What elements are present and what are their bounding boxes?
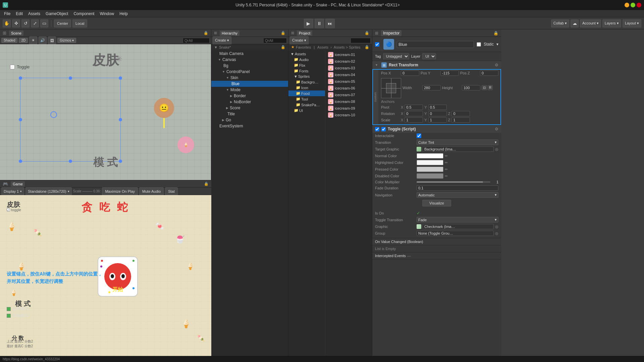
normal-color-swatch[interactable]: [417, 153, 443, 159]
hier-item-skin[interactable]: ▼ Skin: [211, 75, 288, 81]
game-tab[interactable]: Game: [11, 181, 25, 187]
scale-tool-button[interactable]: ⤢: [31, 19, 39, 27]
hier-item-title[interactable]: Title: [211, 111, 288, 117]
rt-reset-btn[interactable]: R: [488, 85, 493, 90]
local-button[interactable]: Local: [72, 19, 87, 27]
group-name[interactable]: None (Toggle Grou…: [417, 231, 494, 236]
maximize-button[interactable]: [631, 3, 635, 7]
toggle-enabled-checkbox[interactable]: [375, 127, 379, 131]
file-icecream-03[interactable]: 🍦 icecream-03: [327, 65, 371, 71]
rt-pos-y-input[interactable]: [440, 70, 459, 76]
rt-anchor-widget[interactable]: [381, 78, 401, 98]
resolution-dropdown[interactable]: Standalone (1280x720) ▾: [25, 187, 71, 195]
start-button[interactable]: 开始: [112, 286, 123, 293]
group-pick-icon[interactable]: ◎: [495, 231, 498, 236]
account-dropdown[interactable]: Account ▾: [580, 19, 601, 27]
close-button[interactable]: [637, 3, 641, 7]
graphic-name[interactable]: Checkmark (Ima…: [423, 224, 494, 229]
project-lock-btn[interactable]: 🔒: [365, 45, 369, 49]
proj-icon[interactable]: 📁 Icon: [288, 85, 325, 90]
object-name-input[interactable]: [397, 41, 474, 48]
object-enabled-checkbox[interactable]: [375, 42, 379, 47]
highlighted-color-swatch[interactable]: [417, 160, 443, 165]
minimize-button[interactable]: [625, 3, 629, 7]
scene-effects-btn[interactable]: 🖼: [48, 37, 56, 45]
2d-toggle[interactable]: 2D: [19, 38, 28, 43]
mute-audio-btn[interactable]: Mute Audio: [139, 187, 164, 195]
toggle-transition-dropdown[interactable]: Fade ▾: [417, 217, 498, 223]
rt-settings-btn[interactable]: ⚙: [495, 63, 498, 67]
menu-file[interactable]: File: [1, 11, 13, 17]
free-mode-checkbox[interactable]: [7, 314, 11, 318]
hier-item-bg[interactable]: Bg: [211, 63, 288, 69]
scene-audio-btn[interactable]: 🔊: [39, 37, 47, 45]
rt-pivot-x-input[interactable]: [405, 105, 423, 110]
rt-height-input[interactable]: [462, 85, 480, 90]
hier-item-go[interactable]: ▶ Go: [211, 117, 288, 123]
layer-dropdown[interactable]: UI: [422, 53, 436, 59]
shaded-dropdown[interactable]: Shaded: [1, 38, 17, 43]
disabled-color-swatch[interactable]: [417, 173, 443, 179]
pause-button[interactable]: ⏸: [315, 19, 324, 28]
display-dropdown[interactable]: Display 1 ▾: [1, 187, 24, 195]
file-icecream-06[interactable]: 🍦 icecream-06: [327, 85, 371, 92]
color-multiplier-slider[interactable]: [417, 181, 490, 183]
move-tool-button[interactable]: ✜: [12, 19, 20, 27]
rt-pos-z-input[interactable]: [480, 70, 498, 76]
rt-rot-z-input[interactable]: [451, 111, 470, 116]
menu-gameobject[interactable]: GameObject: [43, 11, 71, 17]
file-icecream-10[interactable]: 🍦 icecream-10: [327, 112, 371, 118]
hier-item-score[interactable]: ▶ Score: [211, 105, 288, 111]
proj-fonts[interactable]: 📁 Fonts: [288, 68, 325, 74]
scene-toggle-checkbox[interactable]: ✓: [10, 65, 15, 69]
rt-rot-x-input[interactable]: [405, 111, 423, 116]
proj-sprites[interactable]: ▼ Sprites: [288, 74, 325, 79]
file-icecream-01[interactable]: 🍦 icecream-01: [327, 51, 371, 58]
toggle-script-header[interactable]: Toggle (Script) ⚙: [372, 125, 501, 133]
proj-background[interactable]: 📁 Backgro…: [288, 79, 325, 85]
navigation-dropdown[interactable]: Automatic ▾: [417, 192, 498, 198]
normal-color-pick-icon[interactable]: ✏: [445, 154, 448, 158]
step-button[interactable]: ⏭: [325, 19, 335, 28]
proj-snakepanel[interactable]: 📁 SnakePa…: [288, 102, 325, 108]
interactable-checkbox[interactable]: [417, 133, 421, 138]
hier-item-noborder[interactable]: ▶ NoBorder: [211, 99, 288, 105]
scene-search-input[interactable]: [183, 38, 210, 43]
rt-pos-x-input[interactable]: [401, 70, 419, 76]
rotate-tool-button[interactable]: ↺: [21, 19, 30, 27]
fade-duration-input[interactable]: [417, 185, 498, 191]
proj-food[interactable]: 📁 Food: [288, 90, 325, 96]
hierarchy-search-input[interactable]: [263, 38, 287, 43]
hier-item-border[interactable]: ▶ Border: [211, 93, 288, 99]
stats-btn[interactable]: Stat: [165, 187, 178, 195]
center-button[interactable]: Center: [54, 19, 71, 27]
menu-window[interactable]: Window: [97, 11, 117, 17]
transition-dropdown[interactable]: Color Tint ▾: [417, 139, 498, 145]
hierarchy-tab[interactable]: Hierarchy: [220, 31, 239, 36]
cloud-button[interactable]: ☁: [571, 19, 579, 27]
inspector-tab[interactable]: Inspector: [381, 30, 401, 36]
rt-scale-z-input[interactable]: [451, 117, 470, 123]
file-icecream-05[interactable]: 🍦 icecream-05: [327, 78, 371, 85]
rt-pivot-y-input[interactable]: [428, 105, 447, 110]
file-icecream-07[interactable]: 🍦 icecream-07: [327, 92, 371, 98]
target-graphic-name[interactable]: Background (Ima…: [423, 146, 494, 152]
highlighted-color-pick-icon[interactable]: ✏: [445, 161, 448, 165]
proj-audio[interactable]: 📁 Audio: [288, 57, 325, 62]
pressed-color-pick-icon[interactable]: ✏: [445, 167, 448, 172]
rect-tool-button[interactable]: ▭: [40, 19, 48, 27]
target-graphic-pick-icon[interactable]: ◎: [495, 147, 498, 152]
hier-item-mode[interactable]: ▼ Mode: [211, 87, 288, 93]
maximize-on-play-btn[interactable]: Maximize On Play: [102, 187, 138, 195]
scene-light-btn[interactable]: ☀: [29, 37, 37, 45]
file-icecream-02[interactable]: 🍦 icecream-02: [327, 58, 371, 65]
tag-dropdown[interactable]: Untagged: [383, 53, 409, 59]
hierarchy-create-button[interactable]: Create ▾: [213, 37, 231, 45]
static-checkbox[interactable]: [477, 42, 481, 47]
rt-width-input[interactable]: [422, 85, 441, 90]
scene-view[interactable]: 皮肤 ✓ Toggle: [0, 44, 211, 180]
project-tab[interactable]: Project: [297, 31, 312, 36]
layers-dropdown[interactable]: Layers ▾: [602, 19, 621, 27]
layout-dropdown[interactable]: Layout ▾: [623, 19, 641, 27]
hier-item-controlpanel[interactable]: ▼ ControlPanel: [211, 69, 288, 75]
